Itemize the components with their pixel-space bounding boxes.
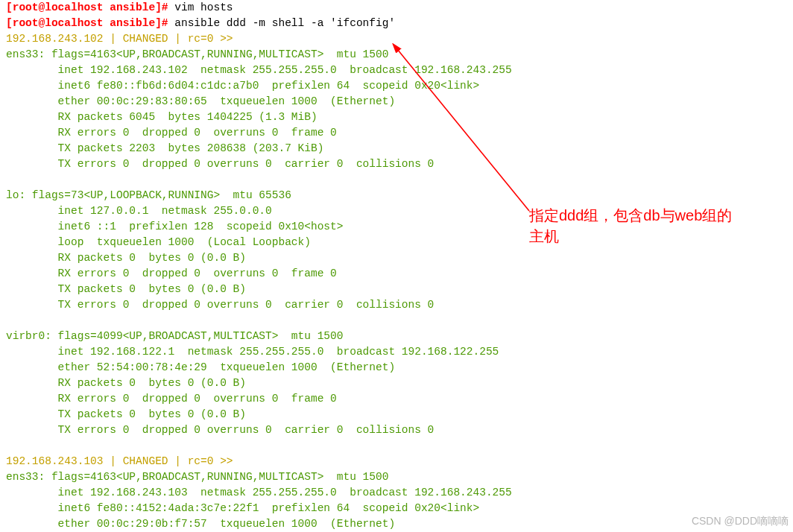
watermark: CSDN @DDD嘀嘀嘀 [692, 513, 789, 529]
shell-prompt: [root@localhost ansible]# [6, 17, 168, 29]
output-line: inet6 fe80::fb6d:6d04:c1dc:a7b0 prefixle… [6, 78, 787, 94]
output-line: TX errors 0 dropped 0 overruns 0 carrier… [6, 156, 787, 172]
output-line: RX packets 0 bytes 0 (0.0 B) [6, 250, 787, 266]
output-line [6, 313, 787, 329]
output-line: ens33: flags=4163<UP,BROADCAST,RUNNING,M… [6, 47, 787, 63]
output-line: RX errors 0 dropped 0 overruns 0 frame 0 [6, 266, 787, 282]
output-line: 192.168.243.102 | CHANGED | rc=0 >> [6, 31, 787, 47]
output-line: TX errors 0 dropped 0 overruns 0 carrier… [6, 297, 787, 313]
output-line [6, 172, 787, 188]
output-line: ether 52:54:00:78:4e:29 txqueuelen 1000 … [6, 360, 787, 376]
shell-prev-command: vim hosts [168, 1, 233, 13]
output-line: inet 192.168.122.1 netmask 255.255.255.0… [6, 344, 787, 360]
output-line: inet 192.168.243.102 netmask 255.255.255… [6, 63, 787, 78]
annotation-line-2: 主机 [529, 226, 732, 247]
annotation-line-1: 指定ddd组，包含db与web组的 [529, 205, 732, 226]
output-line: ether 00:0c:29:0b:f7:57 txqueuelen 1000 … [6, 516, 787, 532]
output-line: ether 00:0c:29:83:80:65 txqueuelen 1000 … [6, 94, 787, 110]
output-line: RX packets 0 bytes 0 (0.0 B) [6, 376, 787, 391]
terminal-output: 192.168.243.102 | CHANGED | rc=0 >>ens33… [6, 31, 787, 532]
output-line: TX packets 0 bytes 0 (0.0 B) [6, 407, 787, 422]
output-line: lo: flags=73<UP,LOOPBACK,RUNNING> mtu 65… [6, 188, 787, 203]
terminal-line-prev: [root@localhost ansible]# vim hosts [6, 0, 787, 16]
annotation-text: 指定ddd组，包含db与web组的 主机 [529, 205, 732, 247]
terminal-line-command[interactable]: [root@localhost ansible]# ansible ddd -m… [6, 16, 787, 31]
output-line: inet 192.168.243.103 netmask 255.255.255… [6, 485, 787, 501]
output-line: virbr0: flags=4099<UP,BROADCAST,MULTICAS… [6, 329, 787, 344]
output-line: RX errors 0 dropped 0 overruns 0 frame 0 [6, 391, 787, 407]
shell-command-text: ansible ddd -m shell -a 'ifconfig' [168, 17, 396, 29]
output-line: RX errors 0 dropped 0 overruns 0 frame 0 [6, 125, 787, 141]
output-line: RX packets 6045 bytes 1404225 (1.3 MiB) [6, 110, 787, 125]
output-line: 192.168.243.103 | CHANGED | rc=0 >> [6, 454, 787, 469]
shell-prompt: [root@localhost ansible]# [6, 1, 168, 13]
output-line: inet6 fe80::4152:4ada:3c7e:22f1 prefixle… [6, 501, 787, 516]
output-line: TX errors 0 dropped 0 overruns 0 carrier… [6, 422, 787, 438]
output-line: ens33: flags=4163<UP,BROADCAST,RUNNING,M… [6, 469, 787, 485]
output-line [6, 438, 787, 454]
output-line: TX packets 0 bytes 0 (0.0 B) [6, 282, 787, 297]
output-line: TX packets 2203 bytes 208638 (203.7 KiB) [6, 141, 787, 156]
